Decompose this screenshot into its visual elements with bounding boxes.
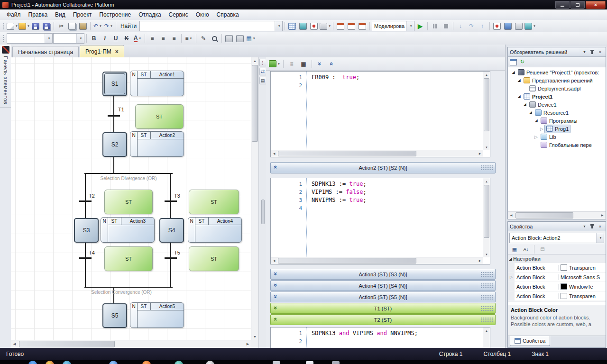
taskbar-app-icon[interactable] — [206, 361, 214, 364]
sfc-vertical-scrollbar[interactable]: ▲ ▼ — [251, 57, 258, 340]
sfc-horizontal-scrollbar[interactable]: ◀ ▶ — [11, 340, 251, 348]
breakpoints-button[interactable] — [492, 21, 502, 31]
scroll-down-icon[interactable]: ▼ — [251, 333, 258, 340]
code-line[interactable]: 4 — [271, 204, 483, 212]
strikethrough-button[interactable]: K — [121, 33, 132, 44]
mode-combobox[interactable]: Моделирова ▼ — [372, 21, 414, 31]
add-item-button[interactable]: ▼ — [18, 21, 30, 31]
tree-item[interactable]: ◢Device1 — [508, 100, 606, 109]
code-text[interactable]: VIP1MS := false; — [306, 188, 367, 196]
font-color-button[interactable]: A▼ — [132, 33, 143, 44]
tree-item-content[interactable]: Представления решений — [522, 76, 595, 85]
section-grip-icon[interactable] — [480, 306, 493, 311]
chevrons-down-icon[interactable]: » — [273, 306, 279, 309]
bold-button[interactable]: B — [89, 33, 99, 44]
editor-horizontal-scrollbar[interactable]: ◀ ▶ — [271, 257, 483, 264]
step-s4[interactable]: S4 — [159, 218, 184, 243]
ungroup-button[interactable] — [235, 33, 245, 44]
chevrons-down-icon[interactable]: » — [273, 295, 279, 298]
toolbar-grip[interactable] — [3, 35, 5, 42]
menu-project[interactable]: Проект — [69, 10, 96, 19]
condition-box-t1[interactable]: ST — [135, 104, 184, 129]
condition-box-t4[interactable]: ST — [104, 246, 153, 271]
menu-help[interactable]: Справка — [213, 10, 243, 19]
scroll-up-icon[interactable]: ▲ — [483, 72, 490, 78]
scroll-left-icon[interactable]: ◀ — [271, 257, 277, 264]
property-row[interactable]: Action BlockTransparen — [508, 291, 606, 301]
view-selector-button[interactable]: ▼ — [269, 59, 280, 69]
redo-button[interactable]: ↷▼ — [103, 21, 114, 31]
section-grip-icon[interactable] — [480, 165, 493, 170]
step-over-button[interactable]: ↷ — [466, 21, 477, 31]
step-s5[interactable]: S5 — [102, 303, 127, 328]
align-left-button[interactable]: ≡ — [147, 33, 157, 44]
mode-dropdown-button[interactable]: ▼ — [406, 21, 414, 31]
pin-button[interactable] — [589, 49, 596, 55]
transition-t1[interactable] — [108, 115, 120, 117]
transition-t4[interactable] — [79, 257, 92, 259]
window-position-button[interactable]: ▼ — [580, 223, 588, 230]
menu-build[interactable]: Построение — [95, 10, 135, 19]
italic-button[interactable]: I — [100, 33, 110, 44]
tree-item[interactable]: Глобальные пере — [508, 141, 606, 149]
st-editor-main[interactable]: 1FR009 := true;2 ▲ ▼ ◀ ▶ — [270, 71, 490, 157]
paste-button[interactable] — [78, 21, 88, 31]
font-size-dropdown-button[interactable]: ▼ — [76, 34, 84, 43]
toolbar-grip[interactable] — [3, 22, 5, 30]
action-block-action1[interactable]: N STAction1 — [130, 71, 184, 96]
code-line[interactable]: 3NNVIPMS := true; — [271, 196, 483, 204]
step-s1[interactable]: S1 — [102, 72, 127, 96]
code-line[interactable]: 1SDPNK13 and VIP1MS and NNVIPMS; — [271, 329, 483, 337]
taskbar-app-icon[interactable] — [46, 361, 54, 364]
menu-debug[interactable]: Отладка — [135, 10, 165, 19]
line-view-button[interactable]: ≡ — [286, 59, 297, 69]
taskbar-window-button[interactable] — [306, 361, 313, 364]
st-editor-t2[interactable]: 1SDPNK13 and VIP1MS and NNVIPMS;2 ▲ — [270, 327, 490, 348]
section-header-action4[interactable]: » Action4 (ST) [S4 (N)] — [270, 280, 496, 291]
tree-item-content[interactable]: Глобальные пере — [539, 141, 594, 149]
windows-button[interactable]: ▼ — [524, 21, 536, 31]
zoom-button[interactable] — [209, 33, 220, 44]
font-dropdown-button[interactable]: ▼ — [45, 34, 52, 43]
memory-window-button[interactable] — [514, 21, 524, 31]
rebuild-button[interactable] — [346, 21, 357, 31]
taskbar-app-icon[interactable] — [63, 361, 71, 364]
scrollbar-thumb[interactable] — [252, 65, 258, 142]
solution-explorer-button[interactable] — [287, 21, 297, 31]
toolbox-tab[interactable]: Панель элементов — [0, 45, 11, 108]
step-s2[interactable]: S2 — [102, 132, 127, 157]
font-size-combobox[interactable]: ▼ — [53, 33, 84, 44]
action-block-action3[interactable]: N STAction3 — [101, 217, 155, 243]
tree-item-content[interactable]: Resource1 — [533, 109, 570, 117]
splitter-dots-icon[interactable]: ⋮ — [259, 59, 267, 66]
scrollbar-thumb[interactable] — [278, 151, 416, 156]
properties-window-button[interactable] — [298, 21, 308, 31]
collapsed-arrow-icon[interactable]: ▷ — [539, 127, 544, 131]
start-button-icon[interactable] — [28, 361, 37, 364]
scrollbar-thumb[interactable] — [484, 78, 489, 131]
scroll-right-icon[interactable]: ▶ — [599, 212, 606, 218]
output-window-button[interactable]: ▼ — [320, 21, 331, 31]
code-text[interactable]: SDPNK13 := true; — [306, 180, 367, 188]
taskbar-app-icon[interactable] — [175, 361, 183, 364]
properties-shortcut-button[interactable] — [510, 59, 517, 65]
tree-item-content[interactable]: Lib — [539, 133, 558, 141]
scroll-right-icon[interactable]: ▶ — [477, 257, 483, 264]
editor-vertical-scrollbar[interactable]: ▲ — [483, 328, 490, 348]
tree-item-content[interactable]: Project1 — [522, 92, 554, 101]
bullet-list-button[interactable]: ≡▼ — [184, 33, 194, 44]
underline-button[interactable]: U — [110, 33, 121, 44]
section-grip-icon[interactable] — [480, 317, 493, 322]
property-row[interactable]: ▷Action BlockMicrosoft Sans S — [508, 273, 606, 282]
condition-box-t5[interactable]: ST — [189, 246, 239, 271]
tree-item[interactable]: ◢Представления решений — [508, 76, 606, 84]
code-line[interactable]: 2 — [271, 82, 483, 90]
chevrons-down-icon[interactable]: » — [273, 283, 279, 287]
scrollbar-thumb[interactable] — [19, 341, 115, 347]
category-row[interactable]: ◢ Настройки — [508, 255, 606, 263]
undo-button[interactable]: ↶▼ — [92, 21, 103, 31]
transition-t5[interactable] — [165, 257, 177, 259]
object-dropdown-button[interactable]: ▼ — [596, 233, 604, 243]
window-position-button[interactable]: ▼ — [580, 49, 588, 55]
tree-item[interactable]: ▷Lib — [508, 133, 606, 141]
